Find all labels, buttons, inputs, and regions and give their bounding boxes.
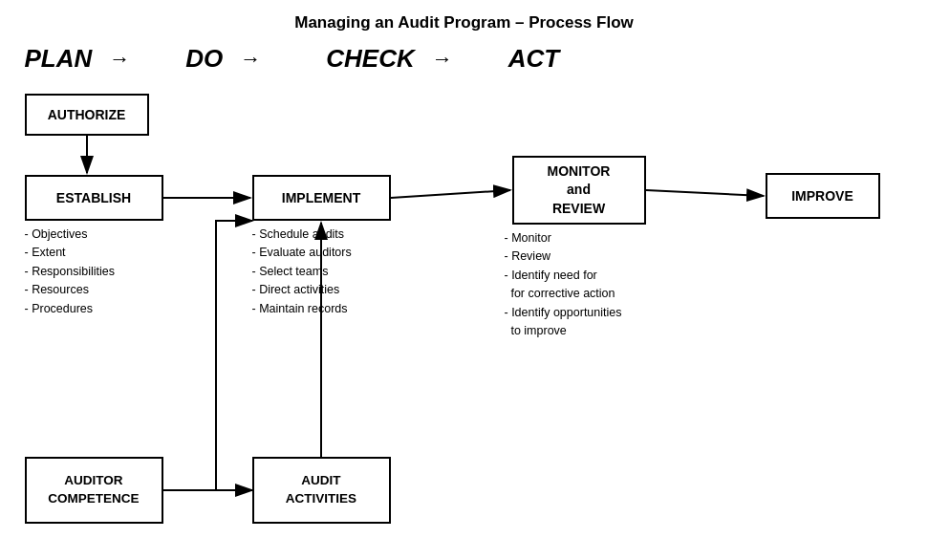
implement-box: IMPLEMENT <box>252 175 391 221</box>
svg-line-5 <box>646 190 764 196</box>
monitor-list: - Monitor - Review - Identify need for f… <box>505 229 622 340</box>
svg-line-4 <box>391 190 510 198</box>
pdca-row: PLAN → DO → CHECK → ACT <box>15 44 914 74</box>
authorize-box: AUTHORIZE <box>25 94 149 136</box>
main-title: Managing an Audit Program – Process Flow <box>6 13 923 32</box>
pdca-arrow-2: → <box>240 47 261 72</box>
pdca-arrow-1: → <box>109 47 130 72</box>
pdca-check: CHECK <box>326 44 414 74</box>
pdca-do: DO <box>185 44 223 74</box>
monitor-box: MONITOR and REVIEW <box>512 156 646 225</box>
implement-list: - Schedule audits - Evaluate auditors - … <box>252 226 352 318</box>
pdca-plan: PLAN <box>25 44 93 74</box>
auditor-competence-box: AUDITOR COMPETENCE <box>25 457 163 524</box>
establish-list: - Objectives - Extent - Responsibilities… <box>25 226 115 318</box>
pdca-act: ACT <box>508 44 559 74</box>
audit-activities-box: AUDIT ACTIVITIES <box>252 457 391 524</box>
establish-box: ESTABLISH <box>25 175 163 221</box>
pdca-arrow-3: → <box>432 47 453 72</box>
improve-box: IMPROVE <box>766 173 880 219</box>
diagram-container: Managing an Audit Program – Process Flow… <box>6 8 923 552</box>
